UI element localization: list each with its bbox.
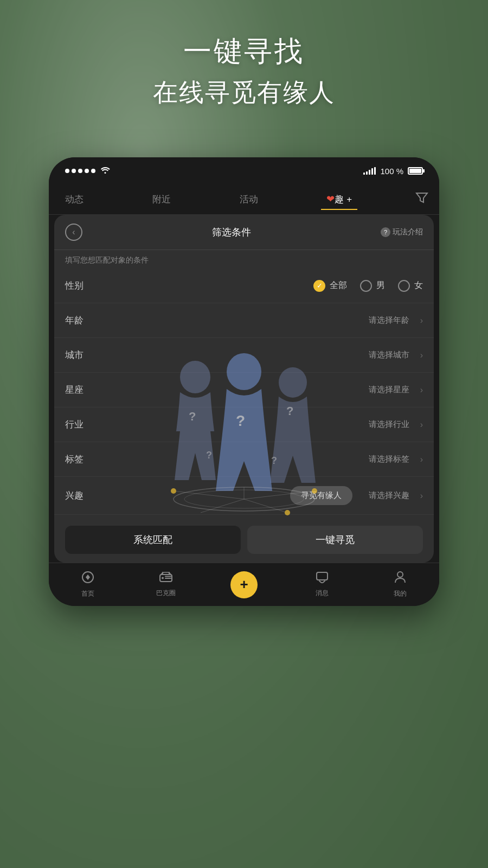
headline-line1: 一键寻找 (0, 33, 488, 71)
gender-all[interactable]: ✓ 全部 (313, 280, 347, 292)
interest-label: 兴趣 (65, 489, 98, 502)
radio-all[interactable]: ✓ (313, 280, 325, 292)
tab-qu[interactable]: ❤趣 + (321, 189, 357, 210)
svg-point-21 (162, 577, 164, 579)
check-mark: ✓ (317, 282, 323, 290)
nav-bakequan-label: 巴克圈 (156, 589, 176, 598)
age-placeholder: 请选择年龄 (369, 315, 409, 326)
back-chevron-icon: ‹ (72, 227, 75, 237)
zodiac-chevron-icon: › (420, 385, 423, 395)
zodiac-content: 请选择星座 › (98, 385, 423, 395)
city-label: 城市 (65, 349, 98, 361)
tag-placeholder: 请选择标签 (369, 454, 409, 464)
nav-mine[interactable]: 我的 (361, 571, 439, 598)
battery-percent: 100 % (380, 167, 403, 176)
plus-icon: + (240, 576, 248, 593)
modal-header: ‹ 筛选条件 ? 玩法介绍 (54, 215, 434, 250)
back-button[interactable]: ‹ (65, 224, 82, 241)
gender-male[interactable]: 男 (360, 280, 385, 292)
interest-chevron-icon: › (420, 491, 423, 501)
filter-row-tag[interactable]: 标签 请选择标签 › (54, 442, 434, 477)
help-circle-icon: ? (381, 227, 390, 237)
modal-title: 筛选条件 (212, 226, 251, 239)
signal-dot-5 (91, 169, 95, 173)
nav-message[interactable]: 消息 (283, 571, 361, 598)
nav-home-label: 首页 (81, 589, 94, 598)
status-left (65, 165, 111, 177)
industry-chevron-icon: › (420, 420, 423, 430)
signal-dots (65, 169, 95, 173)
bottom-buttons: 系统匹配 一键寻觅 (54, 517, 434, 563)
filter-modal: ‹ 筛选条件 ? 玩法介绍 填写您想匹配对象的条件 (54, 215, 434, 563)
hero-text-area: 一键寻找 在线寻觅有缘人 (0, 33, 488, 110)
tag-chevron-icon: › (420, 455, 423, 464)
city-content: 请选择城市 › (98, 350, 423, 360)
status-bar: 100 % (49, 157, 439, 184)
nav-message-label: 消息 (316, 589, 329, 598)
status-right: 100 % (363, 167, 423, 176)
gender-female[interactable]: 女 (398, 280, 423, 292)
filter-hint: 填写您想匹配对象的条件 (54, 250, 434, 269)
svg-rect-22 (317, 572, 328, 580)
bar-4 (371, 168, 373, 175)
tag-content: 请选择标签 › (98, 454, 423, 464)
filter-row-age[interactable]: 年龄 请选择年龄 › (54, 303, 434, 338)
gender-label: 性别 (65, 279, 98, 292)
home-icon (81, 571, 94, 587)
tag-label: 标签 (65, 453, 98, 465)
bar-2 (366, 171, 368, 175)
age-label: 年龄 (65, 314, 98, 327)
message-icon (316, 571, 329, 586)
battery-fill (409, 169, 421, 173)
svg-marker-19 (86, 575, 90, 580)
zodiac-placeholder: 请选择星座 (369, 385, 409, 395)
filter-row-interest[interactable]: 兴趣 寻觅有缘人 请选择兴趣 › (54, 477, 434, 515)
industry-label: 行业 (65, 418, 98, 431)
interest-tag-label[interactable]: 寻觅有缘人 (290, 486, 352, 505)
svg-point-23 (397, 572, 403, 577)
nav-bakequan[interactable]: 巴克圈 (127, 571, 205, 598)
filter-row-industry[interactable]: 行业 请选择行业 › (54, 407, 434, 442)
battery-icon (408, 167, 423, 175)
system-match-button[interactable]: 系统匹配 (65, 526, 241, 554)
tab-dongtai[interactable]: 动态 (60, 189, 89, 210)
tab-huodong[interactable]: 活动 (234, 189, 264, 210)
nav-add[interactable]: + (205, 571, 283, 598)
industry-content: 请选择行业 › (98, 419, 423, 430)
bottom-nav: 首页 巴克圈 + (49, 563, 439, 606)
filter-icon-button[interactable] (415, 192, 428, 207)
wifi-icon (100, 165, 111, 177)
signal-dot-1 (65, 169, 69, 173)
one-click-search-button[interactable]: 一键寻觅 (247, 526, 423, 554)
nav-home[interactable]: 首页 (49, 571, 127, 598)
bakequan-icon (159, 571, 173, 586)
headline-line2: 在线寻觅有缘人 (0, 76, 488, 110)
modal-body: ? ? ? ? ? (54, 269, 434, 563)
city-chevron-icon: › (420, 350, 423, 360)
filter-row-zodiac[interactable]: 星座 请选择星座 › (54, 373, 434, 407)
radio-female[interactable] (398, 280, 410, 292)
gender-options: ✓ 全部 男 女 (98, 280, 423, 292)
signal-dot-3 (78, 169, 82, 173)
industry-placeholder: 请选择行业 (369, 419, 409, 430)
mine-icon (394, 571, 406, 587)
interest-placeholder: 请选择兴趣 (369, 490, 409, 501)
city-placeholder: 请选择城市 (369, 350, 409, 360)
gender-female-label: 女 (414, 280, 423, 291)
heart-icon: ❤ (326, 194, 335, 205)
signal-dot-2 (72, 169, 76, 173)
signal-strength (363, 167, 376, 175)
add-center-button[interactable]: + (230, 571, 258, 598)
radio-male[interactable] (360, 280, 372, 292)
gender-male-label: 男 (376, 280, 385, 291)
bar-1 (363, 173, 365, 175)
filter-row-city[interactable]: 城市 请选择城市 › (54, 338, 434, 373)
tab-qu-label: 趣 + (335, 194, 352, 205)
signal-dot-4 (85, 169, 89, 173)
interest-content: 寻觅有缘人 请选择兴趣 › (98, 486, 423, 505)
help-link[interactable]: ? 玩法介绍 (381, 227, 423, 237)
zodiac-label: 星座 (65, 384, 98, 396)
phone-frame: 100 % 动态 附近 活动 ❤趣 + ‹ 筛选条件 ? (49, 157, 439, 606)
age-chevron-icon: › (420, 316, 423, 326)
tab-fujin[interactable]: 附近 (147, 189, 176, 210)
